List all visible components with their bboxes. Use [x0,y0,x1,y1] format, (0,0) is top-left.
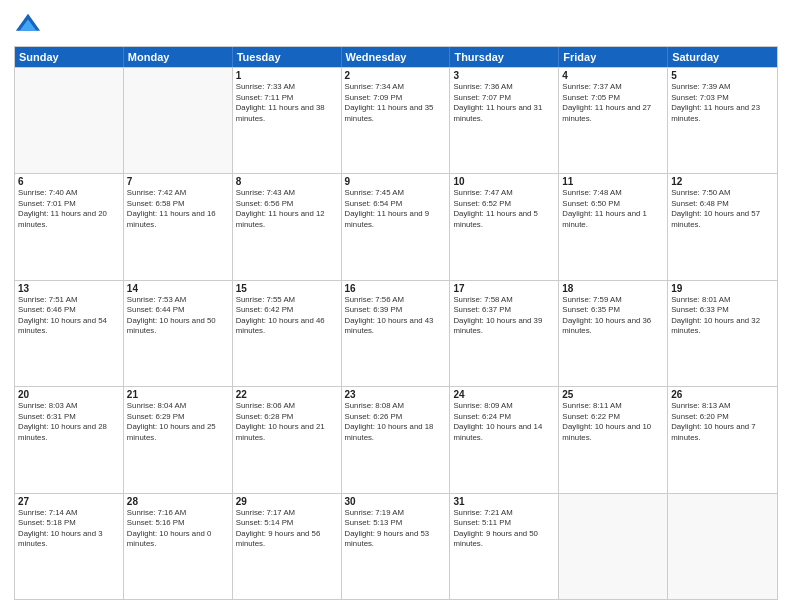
day-number: 16 [345,283,447,294]
day-cell-19: 19Sunrise: 8:01 AM Sunset: 6:33 PM Dayli… [668,281,777,386]
day-info: Sunrise: 7:17 AM Sunset: 5:14 PM Dayligh… [236,508,338,550]
day-number: 9 [345,176,447,187]
day-header-saturday: Saturday [668,47,777,67]
day-number: 11 [562,176,664,187]
day-info: Sunrise: 7:59 AM Sunset: 6:35 PM Dayligh… [562,295,664,337]
day-info: Sunrise: 8:13 AM Sunset: 6:20 PM Dayligh… [671,401,774,443]
day-cell-23: 23Sunrise: 8:08 AM Sunset: 6:26 PM Dayli… [342,387,451,492]
day-info: Sunrise: 7:37 AM Sunset: 7:05 PM Dayligh… [562,82,664,124]
day-number: 10 [453,176,555,187]
header [14,12,778,40]
day-cell-26: 26Sunrise: 8:13 AM Sunset: 6:20 PM Dayli… [668,387,777,492]
day-cell-11: 11Sunrise: 7:48 AM Sunset: 6:50 PM Dayli… [559,174,668,279]
day-header-friday: Friday [559,47,668,67]
day-cell-22: 22Sunrise: 8:06 AM Sunset: 6:28 PM Dayli… [233,387,342,492]
day-info: Sunrise: 8:09 AM Sunset: 6:24 PM Dayligh… [453,401,555,443]
day-number: 24 [453,389,555,400]
day-number: 29 [236,496,338,507]
day-number: 7 [127,176,229,187]
day-info: Sunrise: 8:08 AM Sunset: 6:26 PM Dayligh… [345,401,447,443]
day-cell-8: 8Sunrise: 7:43 AM Sunset: 6:56 PM Daylig… [233,174,342,279]
day-number: 18 [562,283,664,294]
day-header-wednesday: Wednesday [342,47,451,67]
logo [14,12,46,40]
day-number: 1 [236,70,338,81]
calendar-row-5: 27Sunrise: 7:14 AM Sunset: 5:18 PM Dayli… [15,493,777,599]
calendar-header: SundayMondayTuesdayWednesdayThursdayFrid… [15,47,777,67]
day-info: Sunrise: 7:53 AM Sunset: 6:44 PM Dayligh… [127,295,229,337]
day-cell-12: 12Sunrise: 7:50 AM Sunset: 6:48 PM Dayli… [668,174,777,279]
day-info: Sunrise: 7:43 AM Sunset: 6:56 PM Dayligh… [236,188,338,230]
calendar-row-4: 20Sunrise: 8:03 AM Sunset: 6:31 PM Dayli… [15,386,777,492]
day-info: Sunrise: 8:06 AM Sunset: 6:28 PM Dayligh… [236,401,338,443]
day-number: 17 [453,283,555,294]
day-number: 28 [127,496,229,507]
day-info: Sunrise: 7:33 AM Sunset: 7:11 PM Dayligh… [236,82,338,124]
day-cell-10: 10Sunrise: 7:47 AM Sunset: 6:52 PM Dayli… [450,174,559,279]
day-info: Sunrise: 7:21 AM Sunset: 5:11 PM Dayligh… [453,508,555,550]
day-cell-25: 25Sunrise: 8:11 AM Sunset: 6:22 PM Dayli… [559,387,668,492]
day-number: 2 [345,70,447,81]
day-cell-1: 1Sunrise: 7:33 AM Sunset: 7:11 PM Daylig… [233,68,342,173]
empty-cell [15,68,124,173]
day-cell-31: 31Sunrise: 7:21 AM Sunset: 5:11 PM Dayli… [450,494,559,599]
day-cell-6: 6Sunrise: 7:40 AM Sunset: 7:01 PM Daylig… [15,174,124,279]
day-info: Sunrise: 7:48 AM Sunset: 6:50 PM Dayligh… [562,188,664,230]
day-cell-20: 20Sunrise: 8:03 AM Sunset: 6:31 PM Dayli… [15,387,124,492]
day-info: Sunrise: 7:36 AM Sunset: 7:07 PM Dayligh… [453,82,555,124]
day-header-monday: Monday [124,47,233,67]
calendar-row-2: 6Sunrise: 7:40 AM Sunset: 7:01 PM Daylig… [15,173,777,279]
day-info: Sunrise: 7:16 AM Sunset: 5:16 PM Dayligh… [127,508,229,550]
day-number: 12 [671,176,774,187]
day-number: 25 [562,389,664,400]
day-info: Sunrise: 7:58 AM Sunset: 6:37 PM Dayligh… [453,295,555,337]
day-cell-2: 2Sunrise: 7:34 AM Sunset: 7:09 PM Daylig… [342,68,451,173]
day-cell-28: 28Sunrise: 7:16 AM Sunset: 5:16 PM Dayli… [124,494,233,599]
day-number: 19 [671,283,774,294]
day-info: Sunrise: 8:03 AM Sunset: 6:31 PM Dayligh… [18,401,120,443]
day-cell-7: 7Sunrise: 7:42 AM Sunset: 6:58 PM Daylig… [124,174,233,279]
day-info: Sunrise: 7:40 AM Sunset: 7:01 PM Dayligh… [18,188,120,230]
day-number: 21 [127,389,229,400]
day-info: Sunrise: 7:45 AM Sunset: 6:54 PM Dayligh… [345,188,447,230]
day-number: 26 [671,389,774,400]
day-info: Sunrise: 8:04 AM Sunset: 6:29 PM Dayligh… [127,401,229,443]
day-number: 20 [18,389,120,400]
day-cell-29: 29Sunrise: 7:17 AM Sunset: 5:14 PM Dayli… [233,494,342,599]
day-header-thursday: Thursday [450,47,559,67]
logo-icon [14,12,42,40]
day-info: Sunrise: 7:47 AM Sunset: 6:52 PM Dayligh… [453,188,555,230]
day-cell-24: 24Sunrise: 8:09 AM Sunset: 6:24 PM Dayli… [450,387,559,492]
day-info: Sunrise: 7:19 AM Sunset: 5:13 PM Dayligh… [345,508,447,550]
day-number: 14 [127,283,229,294]
empty-cell [559,494,668,599]
empty-cell [124,68,233,173]
calendar-row-3: 13Sunrise: 7:51 AM Sunset: 6:46 PM Dayli… [15,280,777,386]
day-number: 27 [18,496,120,507]
day-info: Sunrise: 7:42 AM Sunset: 6:58 PM Dayligh… [127,188,229,230]
day-number: 6 [18,176,120,187]
day-cell-27: 27Sunrise: 7:14 AM Sunset: 5:18 PM Dayli… [15,494,124,599]
day-info: Sunrise: 7:14 AM Sunset: 5:18 PM Dayligh… [18,508,120,550]
day-info: Sunrise: 8:01 AM Sunset: 6:33 PM Dayligh… [671,295,774,337]
day-info: Sunrise: 7:56 AM Sunset: 6:39 PM Dayligh… [345,295,447,337]
day-cell-14: 14Sunrise: 7:53 AM Sunset: 6:44 PM Dayli… [124,281,233,386]
day-number: 15 [236,283,338,294]
day-number: 13 [18,283,120,294]
day-number: 30 [345,496,447,507]
day-cell-4: 4Sunrise: 7:37 AM Sunset: 7:05 PM Daylig… [559,68,668,173]
day-cell-5: 5Sunrise: 7:39 AM Sunset: 7:03 PM Daylig… [668,68,777,173]
calendar: SundayMondayTuesdayWednesdayThursdayFrid… [14,46,778,600]
day-number: 23 [345,389,447,400]
day-info: Sunrise: 7:55 AM Sunset: 6:42 PM Dayligh… [236,295,338,337]
day-number: 3 [453,70,555,81]
day-cell-9: 9Sunrise: 7:45 AM Sunset: 6:54 PM Daylig… [342,174,451,279]
day-cell-3: 3Sunrise: 7:36 AM Sunset: 7:07 PM Daylig… [450,68,559,173]
calendar-row-1: 1Sunrise: 7:33 AM Sunset: 7:11 PM Daylig… [15,67,777,173]
day-cell-30: 30Sunrise: 7:19 AM Sunset: 5:13 PM Dayli… [342,494,451,599]
day-number: 31 [453,496,555,507]
page: SundayMondayTuesdayWednesdayThursdayFrid… [0,0,792,612]
day-number: 22 [236,389,338,400]
day-info: Sunrise: 7:34 AM Sunset: 7:09 PM Dayligh… [345,82,447,124]
day-info: Sunrise: 8:11 AM Sunset: 6:22 PM Dayligh… [562,401,664,443]
